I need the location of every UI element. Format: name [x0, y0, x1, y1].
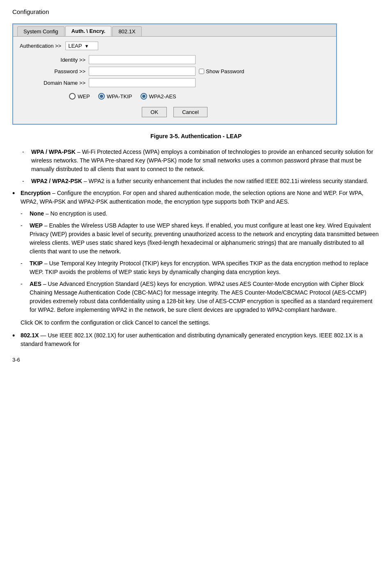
content-body: - WPA / WPA-PSK – Wi-Fi Protected Access…	[12, 148, 380, 348]
none-bold: None	[30, 210, 44, 217]
dash-none: -	[21, 209, 30, 218]
page-number: 3-6	[12, 357, 380, 363]
tkip-sub: - TKIP – Use Temporal Key Integrity Prot…	[21, 259, 380, 276]
encryption-row: WEP WPA-TKIP WPA2-AES	[69, 93, 330, 100]
bullet-dot-8021x: •	[12, 331, 21, 348]
wpa2-bold: WPA2 / WPA2-PSK	[31, 178, 82, 184]
none-body: – No encryption is used.	[44, 210, 107, 217]
tkip-body: – Use Temporal Key Integrity Protocol (T…	[30, 260, 369, 275]
bullet-dot-encryption: •	[12, 189, 21, 327]
encryption-content: Encryption – Configure the encryption. F…	[21, 189, 380, 327]
dash-sym-wpa2: -	[22, 177, 31, 186]
page-title: Configuration	[12, 8, 380, 15]
auth-label: Authentication >>	[20, 43, 61, 49]
wpa2-aes-radio-icon	[141, 93, 147, 100]
aes-body: – Use Advanced Encryption Standard (AES)…	[30, 281, 372, 313]
wpa-bold: WPA / WPA-PSK	[31, 149, 76, 155]
password-label: Password >>	[36, 68, 85, 74]
wep-radio-item[interactable]: WEP	[69, 93, 90, 100]
tab-system-config[interactable]: System Config	[17, 26, 65, 36]
identity-label: Identity >>	[36, 57, 85, 63]
wpa2-aes-radio-item[interactable]: WPA2-AES	[141, 93, 176, 100]
wpa2-aes-radio-dot	[142, 95, 145, 98]
wep-body: – Enables the Wireless USB Adapter to us…	[30, 222, 379, 255]
dropdown-arrow-icon: ▼	[84, 44, 89, 49]
figure-caption: Figure 3-5. Authentication - LEAP	[12, 133, 380, 139]
wpa-tkip-radio-dot	[100, 95, 103, 98]
identity-row: Identity >>	[36, 55, 330, 64]
show-password-area: Show Password	[199, 68, 244, 74]
form-section: Identity >> Password >> Show Password Do…	[36, 55, 330, 87]
wpa2-text: WPA2 / WPA2-PSK – WPA2 is a futher secur…	[31, 177, 380, 186]
encryption-bold: Encryption	[21, 190, 51, 196]
auth-row: Authentication >> LEAP ▼	[20, 42, 330, 50]
password-input[interactable]	[89, 67, 196, 76]
dash-aes: -	[21, 280, 30, 314]
domain-name-row: Domain Name >>	[36, 78, 330, 87]
encryption-text: – Configure the encryption. For open and…	[21, 190, 364, 205]
dash-tkip: -	[21, 259, 30, 276]
tab-8021x[interactable]: 802.1X	[112, 26, 141, 36]
aes-text: AES – Use Advanced Encryption Standard (…	[30, 280, 380, 314]
password-row: Password >> Show Password	[36, 67, 330, 76]
wpa-tkip-radio-item[interactable]: WPA-TKIP	[98, 93, 132, 100]
wpa-tkip-label: WPA-TKIP	[107, 93, 132, 100]
identity-input[interactable]	[89, 55, 196, 64]
8021x-text: — Use IEEE 802.1X (802.1X) for user auth…	[21, 332, 363, 347]
domain-name-input[interactable]	[89, 78, 196, 87]
tab-auth-encry[interactable]: Auth. \ Encry.	[65, 26, 112, 36]
tkip-text: TKIP – Use Temporal Key Integrity Protoc…	[30, 259, 380, 276]
wpa2-body: – WPA2 is a futher security enhancement …	[82, 178, 368, 184]
none-text: None – No encryption is used.	[30, 209, 380, 218]
dialog-body: Authentication >> LEAP ▼ Identity >> Pas…	[13, 37, 336, 124]
wep-radio-icon	[69, 93, 76, 100]
dash-sym-wpa: -	[22, 148, 31, 174]
closing-text: Click OK to confirm the configuration or…	[21, 318, 380, 327]
tkip-bold: TKIP	[30, 260, 43, 267]
aes-sub: - AES – Use Advanced Encryption Standard…	[21, 280, 380, 314]
ok-button[interactable]: OK	[142, 107, 167, 117]
wpa-body: – Wi-Fi Protected Access (WPA) employs a…	[31, 149, 373, 172]
wep-text: WEP – Enables the Wireless USB Adapter t…	[30, 221, 380, 256]
domain-name-label: Domain Name >>	[36, 80, 85, 86]
none-sub: - None – No encryption is used.	[21, 209, 380, 218]
wpa-section: - WPA / WPA-PSK – Wi-Fi Protected Access…	[12, 148, 380, 174]
auth-value: LEAP	[68, 43, 82, 49]
wpa-tkip-radio-icon	[98, 93, 105, 100]
button-row: OK Cancel	[20, 107, 330, 117]
show-password-label: Show Password	[206, 68, 244, 74]
wep-bold: WEP	[30, 222, 43, 229]
8021x-content: 802.1X — Use IEEE 802.1X (802.1X) for us…	[21, 331, 380, 348]
cancel-button[interactable]: Cancel	[173, 107, 207, 117]
tab-bar: System Config Auth. \ Encry. 802.1X	[13, 24, 336, 37]
wep-label: WEP	[78, 93, 90, 100]
8021x-bold: 802.1X	[21, 332, 39, 339]
show-password-checkbox[interactable]	[199, 69, 204, 74]
aes-bold: AES	[30, 281, 42, 287]
encryption-bullet: • Encryption – Configure the encryption.…	[12, 189, 380, 327]
wep-sub: - WEP – Enables the Wireless USB Adapter…	[21, 221, 380, 256]
wpa2-section: - WPA2 / WPA2-PSK – WPA2 is a futher sec…	[12, 177, 380, 186]
wpa2-aes-label: WPA2-AES	[149, 93, 176, 100]
8021x-bullet: • 802.1X — Use IEEE 802.1X (802.1X) for …	[12, 331, 380, 348]
auth-dropdown[interactable]: LEAP ▼	[65, 42, 98, 50]
dialog-box: System Config Auth. \ Encry. 802.1X Auth…	[12, 23, 337, 125]
dash-wep: -	[21, 221, 30, 256]
wpa-text: WPA / WPA-PSK – Wi-Fi Protected Access (…	[31, 148, 380, 174]
